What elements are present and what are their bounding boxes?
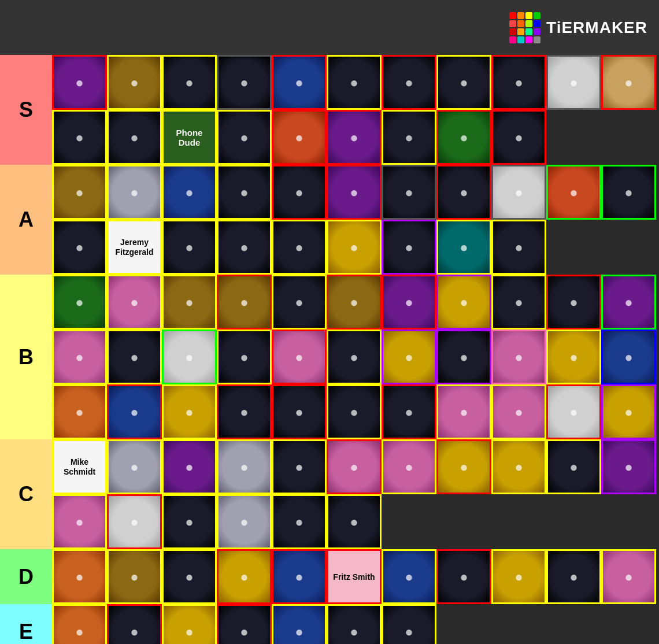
tier-item[interactable]: ● (601, 439, 656, 494)
tier-item[interactable]: ● (327, 110, 382, 165)
tier-item[interactable]: ● (272, 604, 327, 644)
tier-item[interactable]: ● (382, 330, 436, 384)
tier-item[interactable]: ● (52, 110, 107, 165)
tier-item[interactable]: ● (601, 549, 656, 604)
tier-item[interactable]: ● (327, 275, 382, 330)
tier-item[interactable]: ● (491, 275, 546, 330)
tier-item[interactable]: ● (217, 439, 272, 494)
tier-item[interactable]: ● (217, 55, 272, 110)
tier-item[interactable]: ● (546, 165, 601, 220)
tier-item[interactable]: ● (382, 110, 436, 165)
tier-item[interactable]: ● (546, 55, 601, 110)
tier-item[interactable]: ● (491, 439, 546, 494)
tier-item[interactable]: ● (272, 384, 327, 439)
tier-item[interactable]: ● (107, 549, 162, 604)
tier-item[interactable]: ● (107, 330, 162, 384)
tier-item[interactable]: ● (107, 165, 162, 220)
tier-item[interactable]: ● (491, 165, 546, 220)
tier-item[interactable]: ● (327, 330, 382, 384)
tier-item[interactable]: ● (491, 330, 546, 384)
tier-item[interactable]: ● (327, 55, 382, 110)
tier-item[interactable]: ● (52, 494, 107, 549)
tier-item[interactable]: ● (162, 549, 217, 604)
tier-item[interactable]: ● (107, 604, 162, 644)
tier-item[interactable]: ● (107, 384, 162, 439)
tier-item[interactable]: ● (272, 439, 327, 494)
tier-item[interactable]: ● (52, 55, 107, 110)
tier-item[interactable]: ● (601, 330, 656, 384)
tier-item[interactable]: ● (491, 549, 546, 604)
tier-item[interactable]: ● (272, 494, 327, 549)
tier-item[interactable]: ● (107, 439, 162, 494)
tier-item[interactable]: ● (107, 494, 162, 549)
tier-item[interactable]: ● (217, 549, 272, 604)
tier-item[interactable]: ● (52, 604, 107, 644)
tier-item[interactable]: ● (436, 384, 491, 439)
tier-item[interactable]: ● (327, 165, 382, 220)
tier-item[interactable]: ● (217, 494, 272, 549)
tier-item[interactable]: ● (436, 110, 491, 165)
tier-item[interactable]: ● (52, 165, 107, 220)
tier-item[interactable]: ● (382, 220, 436, 275)
tier-item[interactable]: ● (436, 55, 491, 110)
tier-item[interactable]: ● (272, 330, 327, 384)
tier-item[interactable]: ● (601, 165, 656, 220)
tier-item[interactable]: ● (217, 165, 272, 220)
tier-item[interactable]: ● (436, 220, 491, 275)
tier-item[interactable]: ● (52, 275, 107, 330)
tier-item[interactable]: ● (546, 549, 601, 604)
tier-item[interactable]: ● (162, 165, 217, 220)
tier-item[interactable]: ● (107, 110, 162, 165)
tier-item[interactable]: ● (217, 110, 272, 165)
tier-item[interactable]: ● (601, 275, 656, 330)
tier-item[interactable]: ● (162, 494, 217, 549)
tier-item[interactable]: ● (382, 275, 436, 330)
tier-item[interactable]: ● (217, 604, 272, 644)
tier-item[interactable]: ● (491, 110, 546, 165)
tier-item[interactable]: ● (436, 275, 491, 330)
tier-item[interactable]: ● (272, 165, 327, 220)
tier-item[interactable]: ● (327, 604, 382, 644)
tier-item[interactable]: ● (162, 275, 217, 330)
tier-item[interactable]: ● (491, 220, 546, 275)
tier-item[interactable]: ● (491, 55, 546, 110)
tier-item[interactable]: ● (272, 55, 327, 110)
tier-item[interactable]: ● (436, 439, 491, 494)
tier-item[interactable]: ● (217, 275, 272, 330)
tier-item[interactable]: ● (601, 384, 656, 439)
tier-item[interactable]: ● (272, 549, 327, 604)
tier-item[interactable]: ● (162, 55, 217, 110)
tier-item[interactable]: ● (217, 220, 272, 275)
tier-item[interactable]: Mike Schmidt (52, 439, 107, 494)
tier-item[interactable]: ● (162, 439, 217, 494)
tier-item[interactable]: ● (52, 384, 107, 439)
tier-item[interactable]: ● (327, 494, 382, 549)
tier-item[interactable]: ● (382, 384, 436, 439)
tier-item[interactable]: ● (436, 330, 491, 384)
tier-item[interactable]: ● (436, 549, 491, 604)
tier-item[interactable]: ● (327, 384, 382, 439)
tier-item[interactable]: ● (382, 439, 436, 494)
tier-item[interactable]: ● (107, 55, 162, 110)
tier-item[interactable]: ● (272, 110, 327, 165)
tier-item[interactable]: ● (546, 275, 601, 330)
tier-item[interactable]: ● (382, 604, 436, 644)
tier-item[interactable]: ● (491, 384, 546, 439)
tier-item[interactable]: Jeremy Fitzgerald (107, 220, 162, 275)
tier-item[interactable]: Fritz Smith (327, 549, 382, 604)
tier-item[interactable]: ● (382, 165, 436, 220)
tier-item[interactable]: ● (162, 384, 217, 439)
tier-item[interactable]: ● (52, 549, 107, 604)
tier-item[interactable]: ● (162, 330, 217, 384)
tier-item[interactable]: ● (272, 275, 327, 330)
tier-item[interactable]: ● (162, 604, 217, 644)
tier-item[interactable]: ● (107, 275, 162, 330)
tier-item[interactable]: ● (601, 55, 656, 110)
tier-item[interactable]: ● (327, 220, 382, 275)
tier-item[interactable]: ● (546, 439, 601, 494)
tier-item[interactable]: ● (327, 439, 382, 494)
tier-item[interactable]: ● (272, 220, 327, 275)
tier-item[interactable]: ● (217, 330, 272, 384)
tier-item[interactable]: ● (546, 330, 601, 384)
tier-item[interactable]: ● (546, 384, 601, 439)
